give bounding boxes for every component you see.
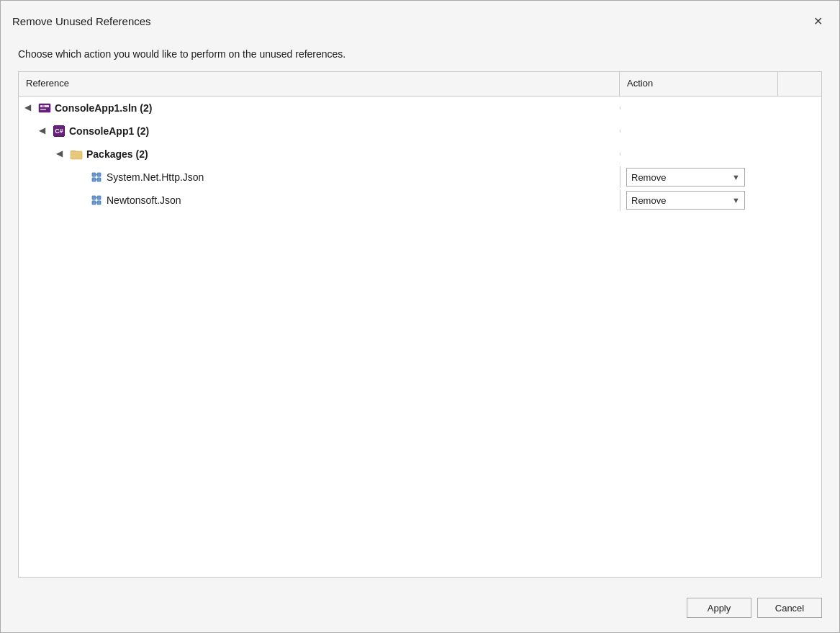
svg-rect-16 bbox=[97, 196, 101, 199]
project-action-cell bbox=[620, 130, 778, 133]
pkg1-action-cell[interactable]: Remove ▼ bbox=[620, 166, 778, 188]
dialog-title: Remove Unused References bbox=[12, 15, 151, 27]
project-label: ConsoleApp1 (2) bbox=[69, 125, 149, 137]
tree-row: ◀ Packages (2) bbox=[19, 143, 821, 166]
expand-icon[interactable]: ◀ bbox=[39, 125, 50, 137]
svg-text:VS: VS bbox=[42, 105, 45, 108]
svg-rect-7 bbox=[92, 173, 96, 176]
pkg2-label: Newtonsoft.Json bbox=[107, 194, 181, 206]
tree-row: ◀ C# ConsoleApp1 (2) bbox=[19, 120, 821, 143]
svg-rect-6 bbox=[71, 151, 82, 159]
solution-icon: VS bbox=[37, 102, 52, 114]
chevron-down-icon: ▼ bbox=[732, 173, 740, 181]
pkg1-label: System.Net.Http.Json bbox=[107, 171, 204, 183]
col-extra-header bbox=[778, 72, 821, 96]
solution-row-ref: ◀ VS ConsoleApp1.sln (2) bbox=[19, 99, 620, 117]
pkg2-row-ref: ► bbox=[19, 192, 620, 209]
package-ref-icon bbox=[89, 171, 104, 183]
table-header: Reference Action bbox=[19, 72, 821, 96]
description-text: Choose which action you would like to pe… bbox=[1, 38, 839, 71]
project-row-ref: ◀ C# ConsoleApp1 (2) bbox=[19, 122, 620, 140]
pkg1-action-dropdown[interactable]: Remove ▼ bbox=[626, 168, 745, 187]
content-area: Reference Action ◀ bbox=[1, 71, 839, 589]
dialog-footer: Apply Cancel bbox=[1, 589, 839, 632]
packages-action-cell bbox=[620, 153, 778, 156]
package-ref-icon bbox=[89, 194, 104, 206]
col-action-header: Action bbox=[620, 72, 778, 96]
svg-rect-9 bbox=[92, 178, 96, 181]
solution-action-cell bbox=[620, 107, 778, 109]
svg-rect-10 bbox=[97, 178, 101, 181]
table-row: ► bbox=[19, 166, 821, 189]
pkg2-action-cell[interactable]: Remove ▼ bbox=[620, 189, 778, 211]
pkg2-action-dropdown[interactable]: Remove ▼ bbox=[626, 191, 745, 210]
pkg2-action-value: Remove bbox=[631, 195, 666, 206]
expand-icon[interactable]: ◀ bbox=[24, 102, 36, 114]
reference-table: Reference Action ◀ bbox=[18, 71, 822, 578]
svg-rect-2 bbox=[40, 109, 46, 110]
col-reference-header: Reference bbox=[19, 72, 620, 96]
packages-label: Packages (2) bbox=[86, 148, 148, 160]
chevron-down-icon: ▼ bbox=[732, 196, 740, 205]
remove-unused-references-dialog: Remove Unused References ✕ Choose which … bbox=[0, 0, 840, 633]
pkg1-row-ref: ► bbox=[19, 169, 620, 186]
table-body: ◀ VS ConsoleApp1.sln (2) bbox=[19, 96, 821, 577]
svg-rect-15 bbox=[92, 196, 96, 199]
csharp-icon: C# bbox=[52, 125, 66, 137]
cancel-button[interactable]: Cancel bbox=[757, 598, 822, 618]
title-bar: Remove Unused References ✕ bbox=[1, 1, 839, 38]
svg-rect-18 bbox=[97, 201, 101, 205]
packages-row-ref: ◀ Packages (2) bbox=[19, 145, 620, 163]
solution-label: ConsoleApp1.sln (2) bbox=[55, 102, 152, 114]
close-button[interactable]: ✕ bbox=[808, 11, 828, 31]
apply-button[interactable]: Apply bbox=[687, 598, 751, 618]
table-row: ► bbox=[19, 189, 821, 212]
pkg1-action-value: Remove bbox=[631, 172, 666, 183]
packages-folder-icon bbox=[69, 148, 83, 160]
tree-row: ◀ VS ConsoleApp1.sln (2) bbox=[19, 96, 821, 120]
expand-icon[interactable]: ◀ bbox=[56, 148, 68, 160]
svg-rect-17 bbox=[92, 201, 96, 205]
svg-rect-8 bbox=[97, 173, 101, 176]
